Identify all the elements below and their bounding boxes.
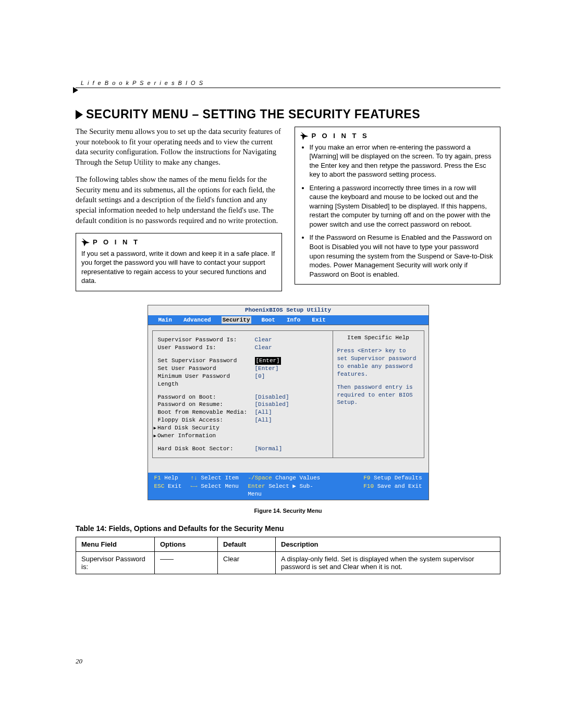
bios-tab-advanced[interactable]: Advanced (182, 316, 212, 324)
td-description: A display-only field. Set is displayed w… (276, 551, 500, 574)
bios-footer-cell: F9 Setup Defaults (326, 474, 422, 482)
page-number: 20 (76, 657, 82, 665)
bios-field-label[interactable]: Password on Resume: (158, 401, 252, 409)
points-item: Entering a password incorrectly three ti… (310, 183, 495, 229)
bios-footer-cell: -/Space Change Values (248, 474, 326, 482)
key-label: Select Menu (201, 483, 239, 489)
keycap: ESC (154, 483, 165, 489)
content: SECURITY MENU – SETTING THE SECURITY FEA… (76, 107, 500, 574)
bios-tab-exit[interactable]: Exit (311, 316, 326, 324)
bios-footer: F1 Help ↑↓ Select Item -/Space Change Va… (148, 473, 429, 500)
bios-field-value[interactable]: [Disabled] (255, 401, 289, 409)
th-default: Default (218, 537, 276, 551)
bios-field-value[interactable]: [Disabled] (255, 393, 289, 401)
running-header: L i f e B o o k P S e r i e s B I O S (81, 80, 204, 86)
point-label-text: P O I N T (93, 238, 140, 247)
bios-help-text: Press <Enter> key to set Supervisor pass… (337, 347, 420, 378)
bios-field-value[interactable]: [All] (255, 416, 272, 424)
key-label: Select Item (201, 475, 239, 481)
bios-tab-boot[interactable]: Boot (261, 316, 276, 324)
bios-field-label[interactable]: Minimum User Password Length (158, 373, 252, 388)
bios-field-label[interactable]: Set User Password (158, 365, 252, 373)
keycap: ←→ (191, 483, 198, 489)
bios-field-label[interactable]: Floppy Disk Access: (158, 416, 252, 424)
bios-footer-cell: Enter Select ▶ Sub-Menu (248, 483, 326, 498)
bios-row: Minimum User Password Length[0] (158, 373, 327, 388)
points-label-text: P O I N T S (312, 131, 369, 141)
bios-field-label[interactable]: Hard Disk Boot Sector: (158, 445, 252, 453)
keycap: ↑↓ (191, 475, 198, 481)
th-menu-field: Menu Field (76, 537, 155, 551)
bios-row: Set User Password[Enter] (158, 365, 327, 373)
key-label: Help (164, 475, 178, 481)
th-description: Description (276, 537, 500, 551)
pointer-icon (300, 132, 309, 140)
bios-tabs: Main Advanced Security Boot Info Exit (148, 315, 429, 326)
points-label: P O I N T S (300, 131, 495, 141)
bios-help-text: Then password entry is required to enter… (337, 384, 420, 407)
bios-row: Boot from Removable Media:[All] (158, 409, 327, 416)
keycap: F1 (154, 475, 161, 481)
bios-footer-cell: ←→ Select Menu (191, 483, 248, 498)
keycap: Enter (248, 483, 265, 489)
bios-field-value[interactable]: [Enter] (255, 357, 281, 365)
bios-submenu[interactable]: Hard Disk Security (154, 424, 248, 432)
bios-row: Password on Boot:[Disabled] (158, 393, 327, 401)
bios-help-panel: Item Specific Help Press <Enter> key to … (333, 330, 424, 458)
bios-submenu[interactable]: Owner Information (154, 432, 248, 440)
points-list: If you make an error when re-entering th… (300, 143, 495, 279)
point-label: P O I N T (81, 238, 276, 247)
bios-screenshot: PhoenixBIOS Setup Utility Main Advanced … (148, 305, 429, 500)
point-callout: P O I N T If you set a password, write i… (76, 233, 282, 291)
intro-paragraph-2: The following tables show the names of t… (76, 175, 282, 226)
bios-title: PhoenixBIOS Setup Utility (148, 305, 429, 315)
bios-footer-cell: F10 Save and Exit (326, 483, 422, 498)
page: L i f e B o o k P S e r i e s B I O S SE… (0, 0, 563, 728)
keycap: F10 (363, 483, 374, 489)
table-title: Table 14: Fields, Options and Defaults f… (76, 524, 500, 533)
bios-field-value[interactable]: [All] (255, 409, 272, 416)
bios-row: Floppy Disk Access:[All] (158, 416, 327, 424)
bios-field-label[interactable]: Set Supervisor Password (158, 357, 252, 365)
pointer-icon (81, 238, 90, 246)
bios-row: Owner Information (158, 432, 327, 440)
bios-field-label[interactable]: Boot from Removable Media: (158, 409, 252, 416)
bios-field-value[interactable]: [0] (255, 373, 265, 388)
bios-field-value: Clear (255, 344, 272, 352)
bios-main-panel: Supervisor Password Is:Clear User Passwo… (152, 330, 333, 458)
bios-field-value[interactable]: [Enter] (255, 365, 279, 373)
page-title: SECURITY MENU – SETTING THE SECURITY FEA… (76, 107, 500, 121)
point-text: If you set a password, write it down and… (81, 249, 276, 286)
right-column: P O I N T S If you make an error when re… (295, 127, 501, 291)
bios-tab-main[interactable]: Main (157, 316, 173, 324)
th-options: Options (155, 537, 218, 551)
header-marker-icon (73, 87, 78, 93)
bios-footer-cell: F1 Help (154, 474, 191, 482)
td-options: —— (155, 551, 218, 574)
bios-tab-security[interactable]: Security (222, 316, 251, 324)
keycap: F9 (363, 475, 370, 481)
bios-help-title: Item Specific Help (337, 334, 420, 342)
bios-row: Supervisor Password Is:Clear (158, 336, 327, 344)
two-column-layout: The Security menu allows you to set up t… (76, 127, 500, 291)
key-label: Setup Defaults (374, 475, 422, 481)
title-text: SECURITY MENU – SETTING THE SECURITY FEA… (86, 107, 420, 121)
keycap: -/Space (248, 475, 272, 481)
table-header-row: Menu Field Options Default Description (76, 537, 500, 551)
table-row: Supervisor Password is: —— Clear A displ… (76, 551, 500, 574)
bios-body: Supervisor Password Is:Clear User Passwo… (148, 325, 429, 473)
bios-tab-info[interactable]: Info (286, 316, 301, 324)
bios-field-label: User Password Is: (158, 344, 252, 352)
bios-row: Set Supervisor Password[Enter] (158, 357, 327, 365)
td-default: Clear (218, 551, 276, 574)
title-marker-icon (76, 110, 83, 119)
points-item: If you make an error when re-entering th… (310, 143, 495, 179)
bios-row: Password on Resume:[Disabled] (158, 401, 327, 409)
bios-footer-cell: ESC Exit (154, 483, 191, 498)
bios-row: User Password Is:Clear (158, 344, 327, 352)
bios-field-value[interactable]: [Normal] (255, 445, 283, 453)
bios-window: PhoenixBIOS Setup Utility Main Advanced … (148, 305, 429, 500)
figure-caption: Figure 14. Security Menu (76, 508, 500, 514)
bios-field-label[interactable]: Password on Boot: (158, 393, 252, 401)
points-callout: P O I N T S If you make an error when re… (295, 127, 501, 285)
